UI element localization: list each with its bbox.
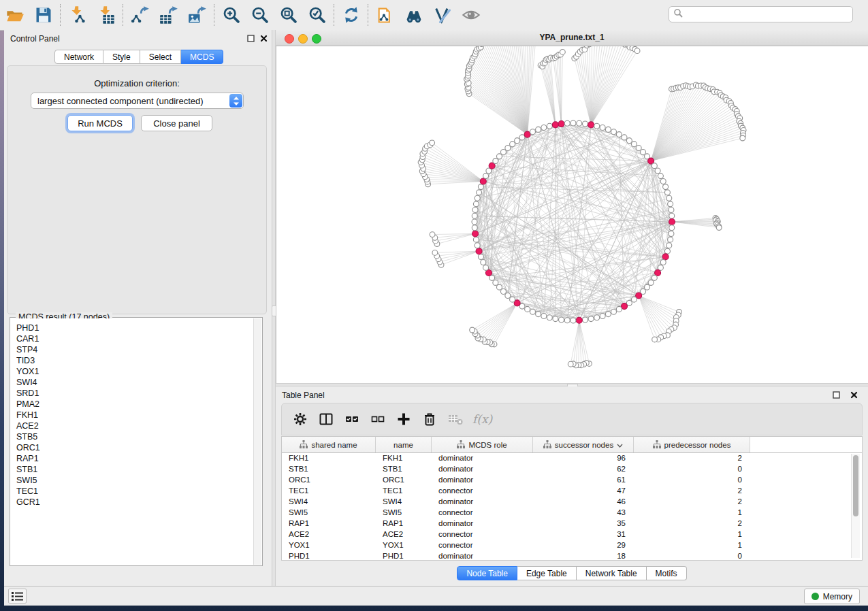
export-image-icon[interactable] <box>186 3 209 27</box>
tab-motifs[interactable]: Motifs <box>647 566 687 580</box>
import-network-icon[interactable] <box>66 3 89 27</box>
result-item[interactable]: PMA2 <box>16 399 261 410</box>
close-panel-button[interactable]: Close panel <box>141 115 212 131</box>
tab-network[interactable]: Network <box>54 50 103 64</box>
column-header-predecessor-nodes[interactable]: predecessor nodes <box>634 437 750 452</box>
network-canvas[interactable] <box>276 46 868 383</box>
import-table-icon[interactable] <box>95 3 118 27</box>
result-item[interactable]: SWI5 <box>16 475 261 486</box>
add-row-icon[interactable] <box>395 410 413 428</box>
result-item[interactable]: YOX1 <box>16 366 261 377</box>
zoom-out-icon[interactable] <box>248 3 272 27</box>
column-type-icon <box>300 440 308 450</box>
tab-select[interactable]: Select <box>140 50 181 64</box>
result-item[interactable]: SRD1 <box>16 388 261 399</box>
columns-icon[interactable] <box>317 410 335 428</box>
cell-MCDS-role: connector <box>432 507 533 518</box>
zoom-fit-icon[interactable] <box>277 3 300 27</box>
result-item[interactable]: STB1 <box>16 464 261 475</box>
column-label: MCDS role <box>468 441 507 449</box>
result-item[interactable]: RAP1 <box>16 453 261 464</box>
result-item[interactable]: STB5 <box>16 431 261 442</box>
column-header-name[interactable]: name <box>376 437 432 452</box>
column-label: shared name <box>311 441 357 449</box>
column-header-filler <box>750 437 862 452</box>
network-graph[interactable] <box>276 46 868 383</box>
delete-row-icon[interactable] <box>421 410 438 428</box>
column-header-MCDS-role[interactable]: MCDS role <box>432 437 533 452</box>
open-file-icon[interactable] <box>3 3 27 27</box>
table-row-TEC1[interactable]: TEC1TEC1connector472 <box>282 485 862 496</box>
scrollbar-thumb[interactable] <box>853 455 858 516</box>
cell-shared-name: RAP1 <box>282 518 376 529</box>
column-header-successor-nodes[interactable]: successor nodes <box>533 437 634 452</box>
table-row-SWI5[interactable]: SWI5SWI5connector431 <box>282 507 862 518</box>
cell-name: TEC1 <box>376 485 432 496</box>
result-item[interactable]: ORC1 <box>16 442 261 453</box>
table-row-STB1[interactable]: STB1STB1dominator620 <box>282 463 862 474</box>
result-scrollbar[interactable] <box>253 318 261 565</box>
table-row-ACE2[interactable]: ACE2ACE2connector311 <box>282 529 862 540</box>
select-all-icon[interactable] <box>343 410 361 428</box>
show-all-icon[interactable] <box>460 3 483 27</box>
export-network-icon[interactable] <box>129 3 152 27</box>
table-scrollbar[interactable] <box>851 454 860 558</box>
tab-network-table[interactable]: Network Table <box>577 566 647 580</box>
cell-name: FKH1 <box>376 452 432 463</box>
settings-icon[interactable] <box>291 410 309 428</box>
table-row-PHD1[interactable]: PHD1PHD1dominator180 <box>282 550 862 560</box>
network-titlebar: YPA_prune.txt_1 <box>276 30 868 46</box>
cell-MCDS-role: connector <box>432 529 533 540</box>
result-item[interactable]: STP4 <box>16 344 261 355</box>
zoom-selected-icon[interactable] <box>306 3 329 27</box>
column-header-shared-name[interactable]: shared name <box>282 437 376 452</box>
result-item[interactable]: PHD1 <box>16 323 261 333</box>
optimization-label: Optimization criterion: <box>7 78 266 88</box>
refresh-layout-icon[interactable] <box>340 3 363 27</box>
table-panel-header: Table Panel <box>276 386 868 403</box>
cell-name: RAP1 <box>376 518 432 529</box>
cell-MCDS-role: dominator <box>432 452 533 463</box>
tab-style[interactable]: Style <box>103 50 140 64</box>
cell-shared-name: PHD1 <box>282 550 376 560</box>
result-item[interactable]: TID3 <box>16 355 261 366</box>
table-row-SWI4[interactable]: SWI4SWI4dominator462 <box>282 496 862 507</box>
table-row-FKH1[interactable]: FKH1FKH1dominator962 <box>282 452 862 463</box>
tab-edge-table[interactable]: Edge Table <box>517 566 577 580</box>
graphics-details-icon[interactable] <box>431 3 454 27</box>
network-from-selection-icon[interactable] <box>374 3 397 27</box>
close-panel-icon[interactable] <box>259 34 268 43</box>
optimization-select[interactable]: largest connected component (undirected) <box>31 93 244 109</box>
search-input[interactable] <box>683 9 852 20</box>
float-panel-icon[interactable] <box>246 34 255 43</box>
result-item[interactable]: GCR1 <box>16 497 261 508</box>
run-mcds-button[interactable]: Run MCDS <box>67 115 133 131</box>
cell-name: ORC1 <box>376 474 432 485</box>
find-icon[interactable] <box>402 3 425 27</box>
result-item[interactable]: TEC1 <box>16 486 261 497</box>
mcds-panel: Optimization criterion: largest connecte… <box>7 65 267 314</box>
result-item[interactable]: FKH1 <box>16 410 261 420</box>
tab-node-table[interactable]: Node Table <box>457 566 517 580</box>
float-panel-icon[interactable] <box>832 391 841 399</box>
table-row-ORC1[interactable]: ORC1ORC1dominator610 <box>282 474 862 485</box>
cell-predecessor-nodes: 2 <box>634 485 750 496</box>
tab-mcds[interactable]: MCDS <box>181 50 223 64</box>
mcds-result-list[interactable]: PHD1CAR1STP4TID3YOX1SWI4SRD1PMA2FKH1ACE2… <box>11 318 261 565</box>
table-header-row: shared namenameMCDS rolesuccessor nodesp… <box>282 437 862 453</box>
save-session-icon[interactable] <box>32 3 55 27</box>
export-table-icon[interactable] <box>157 3 180 27</box>
deselect-all-icon[interactable] <box>369 410 387 428</box>
zoom-in-icon[interactable] <box>220 3 243 27</box>
result-item[interactable]: SWI4 <box>16 377 261 388</box>
task-history-button[interactable] <box>8 589 27 604</box>
close-panel-icon[interactable] <box>850 391 858 399</box>
result-item[interactable]: ACE2 <box>16 420 261 431</box>
toolbar-separator <box>214 4 215 26</box>
memory-button[interactable]: Memory <box>804 589 860 604</box>
table-row-RAP1[interactable]: RAP1RAP1dominator352 <box>282 518 862 529</box>
memory-status-icon <box>811 593 819 600</box>
result-item[interactable]: CAR1 <box>16 333 261 344</box>
table-row-YOX1[interactable]: YOX1YOX1connector291 <box>282 540 862 550</box>
cell-MCDS-role: dominator <box>432 463 533 474</box>
